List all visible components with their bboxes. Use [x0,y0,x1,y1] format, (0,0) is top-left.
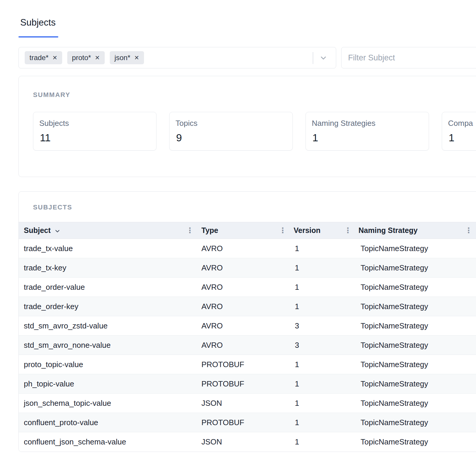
filter-subject-input[interactable] [341,47,476,68]
stat-card-compatibility: Compa 1 [442,112,476,151]
cell-version: 1 [295,394,299,413]
cell-type: AVRO [201,278,223,297]
table-row[interactable]: trade_tx-value AVRO 1 TopicNameStrategy [19,239,476,258]
filter-chip-label: trade* [29,54,48,62]
cell-naming-strategy: TopicNameStrategy [361,239,428,258]
stat-card-subjects: Subjects 11 [33,112,156,151]
chip-close-icon[interactable]: ✕ [52,55,57,61]
stat-label: Subjects [39,119,69,128]
stat-label: Naming Strategies [312,119,375,128]
table-row[interactable]: std_sm_avro_zstd-value AVRO 3 TopicNameS… [19,316,476,336]
filter-chip[interactable]: proto* ✕ [67,51,105,64]
column-header-subject[interactable]: Subject [24,222,61,239]
column-header-version[interactable]: Version [294,222,320,239]
filter-chip-label: proto* [72,54,91,62]
cell-naming-strategy: TopicNameStrategy [361,278,428,297]
chip-close-icon[interactable]: ✕ [95,55,100,61]
column-menu-icon[interactable]: ⋮ [186,222,194,239]
cell-naming-strategy: TopicNameStrategy [361,355,428,374]
table-header-row: Subject ⋮ Type ⋮ Version ⋮ Naming Strate… [19,222,476,239]
stat-value: 9 [176,132,182,144]
stat-value: 11 [40,132,51,144]
cell-version: 3 [295,336,299,355]
cell-naming-strategy: TopicNameStrategy [361,297,428,316]
table-body: trade_tx-value AVRO 1 TopicNameStrategy … [19,239,476,452]
cell-type: PROTOBUF [201,374,244,393]
cell-type: JSON [201,432,222,452]
chevron-down-icon[interactable] [319,54,328,62]
cell-type: PROTOBUF [201,413,244,432]
table-row[interactable]: confluent_proto-value PROTOBUF 1 TopicNa… [19,413,476,432]
table-row[interactable]: proto_topic-value PROTOBUF 1 TopicNameSt… [19,355,476,374]
cell-subject: std_sm_avro_zstd-value [24,316,108,335]
table-row[interactable]: confluent_json_schema-value JSON 1 Topic… [19,432,476,452]
table-row[interactable]: trade_order-key AVRO 1 TopicNameStrategy [19,297,476,316]
stat-value: 1 [312,132,318,144]
cell-naming-strategy: TopicNameStrategy [361,394,428,413]
cell-subject: trade_tx-key [24,258,66,277]
column-menu-icon[interactable]: ⋮ [344,222,352,239]
cell-subject: trade_order-value [24,278,85,297]
table-row[interactable]: std_sm_avro_none-value AVRO 3 TopicNameS… [19,336,476,355]
cell-version: 1 [295,355,299,374]
cell-version: 1 [295,432,299,452]
cell-subject: trade_order-key [24,297,79,316]
cell-subject: std_sm_avro_none-value [24,336,111,355]
stat-label: Topics [176,119,198,128]
summary-card: SUMMARY Subjects 11 Topics 9 Naming Stra… [18,76,476,177]
cell-naming-strategy: TopicNameStrategy [361,336,428,355]
column-menu-icon[interactable]: ⋮ [279,222,286,239]
subjects-table-card: SUBJECTS Subject ⋮ Type ⋮ Version ⋮ Nami… [18,191,476,452]
cell-version: 1 [295,258,299,277]
table-row[interactable]: ph_topic-value PROTOBUF 1 TopicNameStrat… [19,374,476,394]
table-row[interactable]: trade_order-value AVRO 1 TopicNameStrate… [19,278,476,297]
cell-subject: trade_tx-value [24,239,73,258]
filter-chip[interactable]: json* ✕ [110,51,144,64]
cell-naming-strategy: TopicNameStrategy [361,413,428,432]
stat-label: Compa [448,119,473,128]
cell-version: 1 [295,374,299,393]
sort-chevron-down-icon[interactable] [54,228,61,234]
cell-naming-strategy: TopicNameStrategy [361,432,428,452]
cell-type: AVRO [201,297,223,316]
cell-subject: confluent_json_schema-value [24,432,126,452]
cell-subject: ph_topic-value [24,374,74,393]
cell-naming-strategy: TopicNameStrategy [361,258,428,277]
cell-type: AVRO [201,316,223,335]
column-header-naming-strategy[interactable]: Naming Strategy [358,222,418,239]
column-menu-icon[interactable]: ⋮ [465,222,472,239]
cell-version: 3 [295,316,299,335]
cell-version: 1 [295,413,299,432]
cell-type: JSON [201,394,222,413]
stat-card-naming-strategies: Naming Strategies 1 [306,112,429,151]
cell-type: PROTOBUF [201,355,244,374]
cell-version: 1 [295,278,299,297]
subject-filter-chips-bar[interactable]: trade* ✕ proto* ✕ json* ✕ [18,47,336,68]
tab-active-indicator [18,36,58,37]
table-row[interactable]: trade_tx-key AVRO 1 TopicNameStrategy [19,258,476,278]
table-row[interactable]: json_schema_topic-value JSON 1 TopicName… [19,394,476,413]
cell-version: 1 [295,297,299,316]
cell-type: AVRO [201,336,223,355]
cell-type: AVRO [201,258,223,277]
cell-version: 1 [295,239,299,258]
chip-close-icon[interactable]: ✕ [134,55,139,61]
filterbar-divider [313,52,313,64]
stat-card-topics: Topics 9 [169,112,293,151]
cell-type: AVRO [201,239,223,258]
summary-title: SUMMARY [33,91,70,99]
filter-chip-label: json* [115,54,130,62]
cell-subject: confluent_proto-value [24,413,98,432]
cell-naming-strategy: TopicNameStrategy [361,374,428,393]
filter-chip[interactable]: trade* ✕ [25,51,62,64]
stat-value: 1 [449,132,454,144]
subjects-table-title: SUBJECTS [33,203,72,211]
column-header-type[interactable]: Type [201,222,218,239]
cell-naming-strategy: TopicNameStrategy [361,316,428,335]
cell-subject: json_schema_topic-value [24,394,111,413]
tab-subjects[interactable]: Subjects [20,17,56,28]
cell-subject: proto_topic-value [24,355,83,374]
